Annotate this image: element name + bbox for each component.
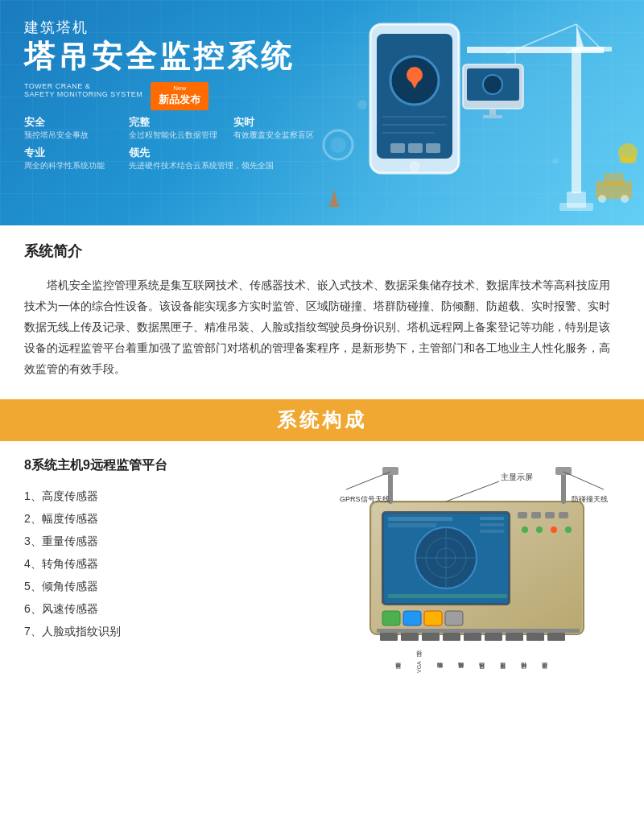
svg-rect-56: [424, 611, 442, 626]
svg-rect-30: [620, 157, 636, 163]
svg-rect-48: [388, 517, 452, 521]
svg-rect-19: [408, 143, 423, 153]
svg-line-82: [346, 472, 390, 489]
brand-line1: TOWER CRANE &: [24, 82, 142, 90]
svg-rect-25: [489, 109, 496, 115]
list-item: 2、幅度传感器: [24, 508, 322, 531]
device-image-area: 主显示屏 GPRS信号天线 防碰撞天线 串束接口 VGA接口 制动输出 视频输出…: [338, 457, 620, 683]
svg-rect-26: [483, 115, 502, 118]
feature-0-title: 安全: [24, 115, 113, 130]
feature-2: 实时 有效覆盖安全监察盲区: [233, 115, 322, 141]
svg-text:GPRS信号天线: GPRS信号天线: [340, 495, 390, 503]
brand-line2: SAFETY MONITORING SYSTEM: [24, 90, 142, 98]
system-section: 8系统主机9远程监管平台 1、高度传感器 2、幅度传感器 3、重量传感器 4、转…: [0, 441, 644, 699]
svg-text:视频输出: 视频输出: [458, 662, 464, 668]
list-item: 6、风速传感器: [24, 598, 322, 621]
svg-rect-70: [561, 472, 566, 504]
svg-rect-61: [422, 633, 440, 641]
intro-content: 塔机安全监控管理系统是集互联网技术、传感器技术、嵌入式技术、数据采集储存技术、数…: [24, 275, 620, 379]
svg-rect-65: [506, 633, 523, 641]
hero-banner: 建筑塔机 塔吊安全监控系统 TOWER CRANE & SAFETY MONIT…: [0, 0, 644, 225]
svg-rect-75: [559, 512, 568, 518]
hero-text-block: 建筑塔机 塔吊安全监控系统 TOWER CRANE & SAFETY MONIT…: [24, 18, 322, 171]
svg-point-38: [552, 158, 559, 164]
feature-1-desc: 全过程智能化云数据管理: [129, 130, 217, 141]
feature-2-title: 实时: [233, 115, 322, 130]
brand-text-block: TOWER CRANE & SAFETY MONITORING SYSTEM: [24, 82, 142, 98]
svg-rect-74: [545, 512, 555, 518]
svg-rect-73: [531, 512, 541, 518]
svg-point-33: [598, 195, 606, 203]
feature-3-desc: 周全的科学性系统功能: [24, 160, 113, 171]
feature-1-title: 完整: [129, 115, 217, 130]
svg-point-79: [565, 526, 572, 533]
svg-rect-72: [518, 512, 527, 518]
svg-rect-54: [382, 611, 400, 626]
crane-illustration: [322, 0, 644, 225]
hero-subtitle: 建筑塔机: [24, 18, 322, 37]
svg-point-34: [621, 195, 629, 203]
svg-rect-18: [390, 143, 405, 153]
feature-3-title: 专业: [24, 146, 113, 160]
svg-point-37: [357, 100, 367, 109]
svg-point-76: [522, 526, 528, 533]
svg-rect-60: [401, 633, 419, 641]
svg-rect-58: [377, 629, 580, 633]
feature-4-desc: 先进硬件技术结合云系统管理，领先全国: [129, 160, 322, 171]
svg-point-21: [410, 162, 419, 171]
hero-features: 安全 预控塔吊安全事故 完整 全过程智能化云数据管理 实时 有效覆盖安全监察盲区…: [24, 115, 322, 171]
svg-text:重量接口: 重量接口: [500, 663, 506, 669]
svg-text:串束接口: 串束接口: [395, 663, 401, 669]
svg-point-24: [483, 75, 502, 94]
device-svg: 主显示屏 GPRS信号天线 防碰撞天线 串束接口 VGA接口 制动输出 视频输出…: [338, 457, 620, 683]
svg-rect-59: [380, 633, 398, 641]
svg-rect-36: [328, 204, 340, 207]
svg-text:制动输出: 制动输出: [437, 663, 443, 668]
svg-rect-9: [559, 203, 593, 211]
svg-rect-53: [388, 594, 507, 598]
list-item: 5、倾角传感器: [24, 576, 322, 598]
svg-point-77: [536, 526, 543, 533]
svg-rect-20: [426, 143, 440, 153]
svg-rect-67: [547, 633, 565, 641]
svg-rect-32: [604, 173, 624, 185]
list-item: 1、高度传感器: [24, 485, 322, 508]
system-list: 1、高度传感器 2、幅度传感器 3、重量传感器 4、转角传感器 5、倾角传感器 …: [24, 485, 322, 643]
svg-rect-64: [485, 633, 502, 641]
list-item: 7、人脸或指纹识别: [24, 621, 322, 643]
intro-section: 系统简介 塔机安全监控管理系统是集互联网技术、传感器技术、嵌入式技术、数据采集储…: [0, 225, 644, 399]
composition-title: 系统构成: [277, 407, 367, 433]
feature-2-desc: 有效覆盖安全监察盲区: [233, 130, 322, 141]
svg-rect-49: [388, 523, 436, 527]
svg-text:主显示屏: 主显示屏: [501, 473, 533, 481]
hero-brand-line: TOWER CRANE & SAFETY MONITORING SYSTEM N…: [24, 82, 322, 110]
svg-text:高度接口: 高度接口: [542, 663, 547, 669]
svg-rect-2: [572, 47, 612, 52]
list-item: 4、转角传感器: [24, 553, 322, 576]
svg-text:防碰撞天线: 防碰撞天线: [572, 495, 608, 503]
svg-rect-51: [480, 523, 504, 526]
svg-point-78: [551, 526, 557, 533]
feature-4-title: 领先: [129, 146, 322, 160]
badge-new-label: New: [173, 85, 186, 92]
svg-rect-55: [403, 611, 421, 626]
system-info-left: 8系统主机9远程监管平台 1、高度传感器 2、幅度传感器 3、重量传感器 4、转…: [24, 457, 322, 683]
device-container: 主显示屏 GPRS信号天线 防碰撞天线 串束接口 VGA接口 制动输出 视频输出…: [338, 457, 620, 683]
svg-marker-35: [330, 189, 338, 205]
system-title: 8系统主机9远程监管平台: [24, 457, 322, 474]
svg-rect-50: [480, 517, 504, 520]
svg-rect-71: [555, 467, 572, 475]
svg-line-84: [564, 472, 604, 489]
feature-1: 完整 全过程智能化云数据管理: [129, 115, 217, 141]
svg-text:幅转接口: 幅转接口: [521, 663, 526, 669]
svg-point-28: [330, 137, 346, 153]
svg-line-80: [446, 481, 499, 502]
badge-launch-text: 新品发布: [159, 93, 200, 107]
feature-3: 专业 周全的科学性系统功能: [24, 146, 113, 171]
new-badge: New 新品发布: [151, 82, 208, 110]
composition-section-header: 系统构成: [0, 399, 644, 441]
svg-rect-52: [480, 530, 504, 533]
svg-rect-62: [443, 633, 460, 641]
svg-rect-66: [526, 633, 544, 641]
svg-rect-0: [572, 48, 581, 193]
